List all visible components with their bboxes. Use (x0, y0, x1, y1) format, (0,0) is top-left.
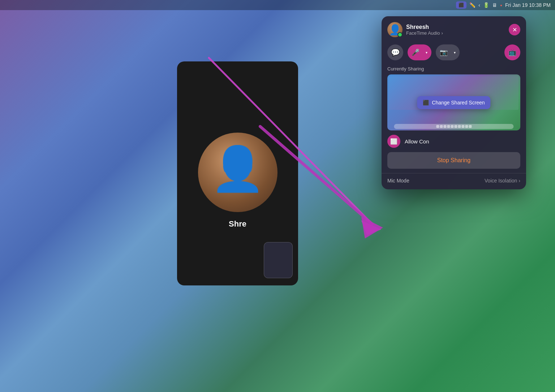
person-avatar-large (198, 133, 278, 212)
screen-share-menu-icon[interactable]: ⬛ (456, 1, 466, 9)
controls-row: 💬 🎤 ▾ 📷 ▾ 📺 (382, 42, 526, 66)
camera-chevron[interactable]: ▾ (451, 46, 458, 59)
battery-icon: 🔋 (483, 2, 489, 8)
facetime-caller-name: Shre (229, 219, 246, 229)
close-button[interactable]: ✕ (509, 24, 520, 35)
menu-bar: ⬛ ✏️ ‹ 🔋 🖥 ● Fri Jan 19 10:38 PM (0, 0, 555, 10)
dot-icon: ● (500, 3, 502, 7)
facetime-active-badge (397, 32, 403, 37)
screen-preview: ⬛ Change Shared Screen (387, 74, 520, 130)
message-button[interactable]: 💬 (387, 44, 403, 60)
stop-sharing-button[interactable]: Stop Sharing (387, 152, 520, 169)
screen-share-button[interactable]: 📺 (504, 44, 520, 60)
dock-icon-5 (451, 125, 453, 128)
stop-sharing-label: Stop Sharing (437, 157, 471, 163)
header-text: Shreesh FaceTime Audio › (406, 24, 505, 36)
facetime-video-window: Shre (177, 61, 298, 285)
screen-share-icon: 📺 (508, 48, 516, 56)
datetime: Fri Jan 19 10:38 PM (505, 2, 551, 8)
change-shared-screen-button[interactable]: ⬛ Change Shared Screen (417, 96, 490, 109)
mic-chevron[interactable]: ▾ (423, 46, 430, 59)
dock-icon-1 (436, 125, 439, 128)
back-icon: ‹ (478, 2, 480, 8)
dock-icon-8 (461, 125, 464, 128)
dock-icon-9 (465, 125, 468, 128)
allow-control-row[interactable]: ⬜ Allow Con (382, 130, 526, 152)
mic-mode-label: Mic Mode (387, 178, 409, 184)
display-icon: 🖥 (492, 2, 497, 8)
mic-mode-row[interactable]: Mic Mode Voice Isolation › (382, 173, 526, 189)
change-screen-icon: ⬛ (423, 100, 429, 105)
camera-button[interactable]: 📷 (437, 46, 450, 59)
mic-button[interactable]: 🎤 (409, 46, 422, 59)
currently-sharing-label: Currently Sharing (382, 66, 526, 74)
mic-button-group[interactable]: 🎤 ▾ (408, 44, 431, 60)
call-type: FaceTime Audio › (406, 30, 505, 36)
facetime-person-view: Shre (177, 61, 298, 285)
avatar-container (387, 22, 403, 37)
change-screen-label: Change Shared Screen (432, 100, 485, 105)
preview-dock (394, 124, 513, 129)
self-camera-thumbnail (264, 242, 293, 278)
dock-icon-2 (440, 125, 443, 128)
menu-bar-right: ⬛ ✏️ ‹ 🔋 🖥 ● Fri Jan 19 10:38 PM (456, 1, 551, 9)
voice-isolation-value[interactable]: Voice Isolation › (485, 178, 520, 184)
allow-control-icon: ⬜ (387, 135, 400, 148)
panel-header: Shreesh FaceTime Audio › ✕ (382, 16, 526, 42)
contact-name: Shreesh (406, 24, 505, 30)
dock-icon-6 (454, 125, 457, 128)
allow-control-label: Allow Con (405, 138, 429, 145)
camera-button-group[interactable]: 📷 ▾ (436, 44, 460, 60)
dock-icon-7 (458, 125, 461, 128)
facetime-control-panel: Shreesh FaceTime Audio › ✕ 💬 🎤 ▾ 📷 ▾ 📺 C… (382, 16, 526, 189)
dock-icon-3 (443, 125, 446, 128)
dock-icon-10 (469, 125, 472, 128)
annotation-icon: ✏️ (469, 2, 476, 8)
dock-icon-4 (447, 125, 450, 128)
